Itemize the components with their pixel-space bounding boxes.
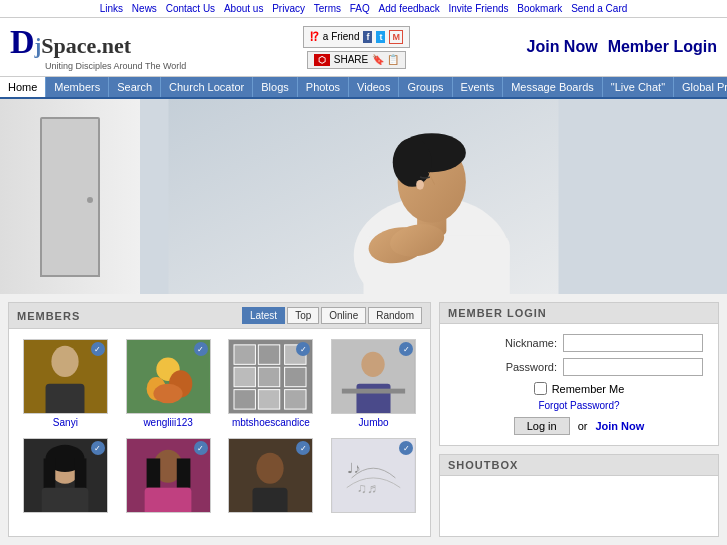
login-form: Nickname: Password: Remember Me Forgot P… <box>440 324 718 445</box>
svg-text:♫♬: ♫♬ <box>357 481 377 496</box>
member-card: ♩♪ ♫♬ ✓ <box>322 433 425 521</box>
header-center: ⁉ a Friend f t M ⬡ SHARE 🔖 📋 <box>303 26 410 69</box>
svg-rect-19 <box>234 345 255 364</box>
svg-point-45 <box>257 453 284 484</box>
share-bar: ⬡ SHARE 🔖 📋 <box>307 51 406 69</box>
svg-point-9 <box>416 180 424 190</box>
member-card: ✓ <box>220 433 323 521</box>
svg-rect-40 <box>146 458 160 487</box>
svg-rect-26 <box>259 390 280 409</box>
nav-message-boards[interactable]: Message Boards <box>503 77 603 97</box>
logo-space: Space.net <box>41 33 131 58</box>
nav-church-locator[interactable]: Church Locator <box>161 77 253 97</box>
svg-rect-31 <box>342 389 405 394</box>
svg-rect-23 <box>259 367 280 386</box>
svg-point-17 <box>153 384 182 403</box>
top-link-invite[interactable]: Invite Friends <box>449 3 509 14</box>
svg-rect-12 <box>45 384 84 413</box>
facebook-icon[interactable]: f <box>363 31 372 43</box>
member-badge-2: ✓ <box>194 342 208 356</box>
members-title: MEMBERS <box>17 310 80 322</box>
shoutbox-header: SHOUTBOX <box>440 455 718 476</box>
nav-blogs[interactable]: Blogs <box>253 77 298 97</box>
password-input[interactable] <box>563 358 703 376</box>
member-name-1[interactable]: Sanyi <box>53 417 78 428</box>
top-link-contact[interactable]: Contact Us <box>166 3 215 14</box>
site-header: DjSpace.net Uniting Disciples Around The… <box>0 18 727 77</box>
member-photo-wrap: ✓ <box>126 438 211 513</box>
member-photo-wrap: ✓ <box>23 339 108 414</box>
nickname-input[interactable] <box>563 334 703 352</box>
top-link-privacy[interactable]: Privacy <box>272 3 305 14</box>
nickname-label: Nickname: <box>487 337 557 349</box>
top-link-about[interactable]: About us <box>224 3 263 14</box>
exclaim-icon: ⁉ <box>310 30 319 44</box>
top-link-card[interactable]: Send a Card <box>571 3 627 14</box>
tell-friend-label: a Friend <box>323 31 360 42</box>
svg-rect-27 <box>285 390 306 409</box>
member-badge-1: ✓ <box>91 342 105 356</box>
nav-groups[interactable]: Groups <box>399 77 452 97</box>
join-now-login-link[interactable]: Join Now <box>595 420 644 432</box>
member-card: ✓ <box>14 433 117 521</box>
gmail-icon[interactable]: M <box>389 30 403 44</box>
svg-rect-22 <box>234 367 255 386</box>
header-right: Join Now Member Login <box>527 38 717 56</box>
svg-rect-42 <box>144 488 191 512</box>
nav-members[interactable]: Members <box>46 77 109 97</box>
member-name-4[interactable]: Jumbo <box>359 417 389 428</box>
member-card: ✓ Jumbo <box>322 334 425 433</box>
nav-global-prayers[interactable]: Global Prayers <box>674 77 727 97</box>
member-name-3[interactable]: mbtshoescandice <box>232 417 310 428</box>
praying-person-svg <box>140 99 727 294</box>
tab-random[interactable]: Random <box>368 307 422 324</box>
share-label: SHARE <box>334 54 368 65</box>
member-photo-wrap: ✓ <box>331 339 416 414</box>
member-photo-wrap: ♩♪ ♫♬ ✓ <box>331 438 416 513</box>
nav-videos[interactable]: Videos <box>349 77 399 97</box>
svg-rect-41 <box>176 458 190 487</box>
login-button[interactable]: Log in <box>514 417 570 435</box>
member-name-2[interactable]: wengliii123 <box>143 417 192 428</box>
remember-label: Remember Me <box>552 383 625 395</box>
shoutbox-content <box>440 476 718 536</box>
top-link-links[interactable]: Links <box>100 3 123 14</box>
top-link-terms[interactable]: Terms <box>314 3 341 14</box>
tab-top[interactable]: Top <box>287 307 319 324</box>
svg-rect-24 <box>285 367 306 386</box>
svg-rect-25 <box>234 390 255 409</box>
hero-banner <box>0 99 727 294</box>
forgot-password-link[interactable]: Forgot Password? <box>538 400 619 411</box>
nav-search[interactable]: Search <box>109 77 161 97</box>
remember-row: Remember Me <box>455 382 703 395</box>
nav-home[interactable]: Home <box>0 77 46 97</box>
nav-live-chat[interactable]: "Live Chat" <box>603 77 674 97</box>
tab-latest[interactable]: Latest <box>242 307 285 324</box>
member-photo-wrap: ✓ <box>228 339 313 414</box>
top-link-faq[interactable]: FAQ <box>350 3 370 14</box>
svg-rect-36 <box>75 458 87 492</box>
top-link-bookmark[interactable]: Bookmark <box>517 3 562 14</box>
twitter-icon[interactable]: t <box>376 31 385 43</box>
site-tagline: Uniting Disciples Around The World <box>45 61 186 71</box>
member-photo-wrap: ✓ <box>228 438 313 513</box>
member-login-header-link[interactable]: Member Login <box>608 38 717 56</box>
shoutbox: SHOUTBOX <box>439 454 719 537</box>
forgot-row: Forgot Password? <box>455 399 703 411</box>
nav-events[interactable]: Events <box>453 77 504 97</box>
site-logo: DjSpace.net <box>10 23 186 61</box>
top-link-news[interactable]: News <box>132 3 157 14</box>
nav-photos[interactable]: Photos <box>298 77 349 97</box>
member-photo-wrap: ✓ <box>126 339 211 414</box>
tab-online[interactable]: Online <box>321 307 366 324</box>
join-now-button[interactable]: Join Now <box>527 38 598 56</box>
remember-checkbox[interactable] <box>534 382 547 395</box>
svg-rect-37 <box>42 488 89 512</box>
tell-friend-bar: ⁉ a Friend f t M <box>303 26 410 48</box>
member-badge-6: ✓ <box>194 441 208 455</box>
top-link-feedback[interactable]: Add feedback <box>379 3 440 14</box>
member-card: ✓ mbtshoescandice <box>220 334 323 433</box>
members-section: MEMBERS Latest Top Online Random <box>8 302 431 537</box>
or-text: or <box>578 420 588 432</box>
nickname-row: Nickname: <box>455 334 703 352</box>
